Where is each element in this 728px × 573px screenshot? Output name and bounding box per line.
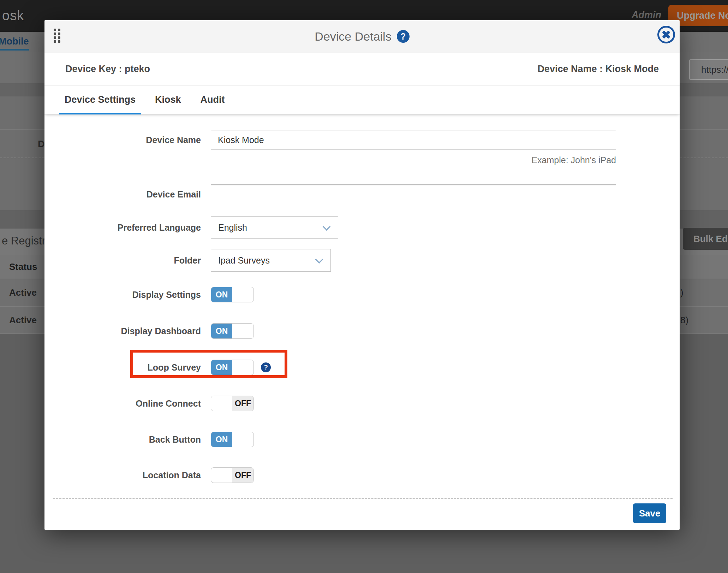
preferred-language-row: Preferred Language English [44, 216, 680, 239]
save-button[interactable]: Save [633, 503, 666, 523]
count-cell-fragment: 8) [680, 315, 688, 326]
tab-audit[interactable]: Audit [195, 85, 231, 114]
location-data-row: Location Data OFF [44, 467, 680, 483]
toggle-blank [211, 396, 232, 411]
location-data-label: Location Data [44, 467, 201, 483]
preferred-language-value: English [218, 223, 247, 233]
folder-row: Folder Ipad Surveys [44, 249, 680, 272]
device-settings-form: Device Name Example: John's iPad Device … [44, 114, 680, 523]
footer-divider [53, 498, 673, 499]
modal-header: Device Details ? [44, 20, 680, 53]
folder-value: Ipad Surveys [218, 255, 270, 266]
loop-survey-toggle[interactable]: ON [211, 360, 254, 375]
display-dashboard-row: Display Dashboard ON [44, 323, 680, 339]
url-field[interactable]: https://c [689, 59, 728, 80]
modal-title: Device Details [315, 30, 391, 43]
back-button-label: Back Button [44, 432, 201, 447]
location-data-toggle[interactable]: OFF [211, 467, 254, 483]
toggle-blank [232, 324, 253, 338]
display-dashboard-label: Display Dashboard [44, 323, 201, 339]
online-connect-label: Online Connect [44, 396, 201, 411]
chevron-down-icon [323, 223, 331, 231]
status-cell: Active [9, 287, 37, 298]
device-name-label: Device Name [44, 130, 201, 150]
device-name-row: Device Name [44, 130, 680, 150]
toggle-on-label: ON [211, 324, 232, 338]
loop-survey-row: Loop Survey ON ? [44, 360, 680, 375]
tab-device-settings[interactable]: Device Settings [59, 85, 141, 114]
back-button-row: Back Button ON [44, 432, 680, 447]
loop-survey-help-icon[interactable]: ? [261, 362, 271, 372]
toggle-off-label: OFF [232, 468, 253, 483]
preferred-language-label: Preferred Language [44, 216, 201, 239]
device-email-label: Device Email [44, 184, 201, 204]
back-button-toggle[interactable]: ON [211, 432, 254, 447]
bulk-edit-button[interactable]: Bulk Edit [683, 228, 728, 250]
registrations-heading-fragment: e Registr [2, 235, 46, 247]
toggle-on-label: ON [211, 432, 232, 447]
toggle-on-label: ON [211, 287, 232, 302]
modal-subheader: Device Key : pteko Device Name : Kiosk M… [44, 53, 680, 85]
toggle-on-label: ON [211, 360, 232, 375]
toggle-blank [232, 360, 253, 375]
device-details-modal: Device Details ? Device Key : pteko Devi… [44, 20, 680, 530]
online-connect-row: Online Connect OFF [44, 396, 680, 411]
toggle-off-label: OFF [232, 396, 253, 411]
admin-link[interactable]: Admin [632, 10, 661, 20]
preferred-language-select[interactable]: English [211, 216, 338, 239]
folder-label: Folder [44, 249, 201, 272]
background-label-fragment: D [38, 139, 45, 150]
display-settings-toggle[interactable]: ON [211, 287, 254, 302]
modal-footer: Save [44, 503, 680, 523]
chevron-down-icon [315, 255, 323, 264]
status-cell: Active [9, 315, 37, 326]
online-connect-toggle[interactable]: OFF [211, 396, 254, 411]
device-email-input[interactable] [211, 184, 616, 204]
help-icon[interactable]: ? [397, 30, 410, 43]
modal-tabs: Device Settings Kiosk Audit [44, 85, 680, 114]
drag-handle-icon[interactable] [54, 29, 60, 43]
device-email-row: Device Email [44, 184, 680, 204]
toggle-blank [232, 432, 253, 447]
display-settings-label: Display Settings [44, 287, 201, 302]
close-button[interactable] [657, 26, 675, 43]
brand-logo-fragment: osk [2, 8, 24, 23]
device-name-input[interactable] [211, 130, 616, 150]
count-cell-fragment: ) [680, 287, 684, 298]
folder-select[interactable]: Ipad Surveys [211, 249, 331, 272]
display-dashboard-toggle[interactable]: ON [211, 323, 254, 339]
screen: osk Admin Upgrade Now Mobile https://c D… [0, 0, 728, 573]
tab-mobile[interactable]: Mobile [0, 36, 29, 51]
display-settings-row: Display Settings ON [44, 287, 680, 302]
toggle-blank [211, 468, 232, 483]
device-name-text: Device Name : Kiosk Mode [537, 64, 659, 75]
toggle-blank [232, 287, 253, 302]
device-name-hint: Example: John's iPad [211, 155, 616, 165]
tab-kiosk[interactable]: Kiosk [149, 85, 187, 114]
loop-survey-label: Loop Survey [44, 360, 201, 375]
status-column-header: Status [9, 261, 37, 272]
device-key-text: Device Key : pteko [65, 64, 150, 75]
